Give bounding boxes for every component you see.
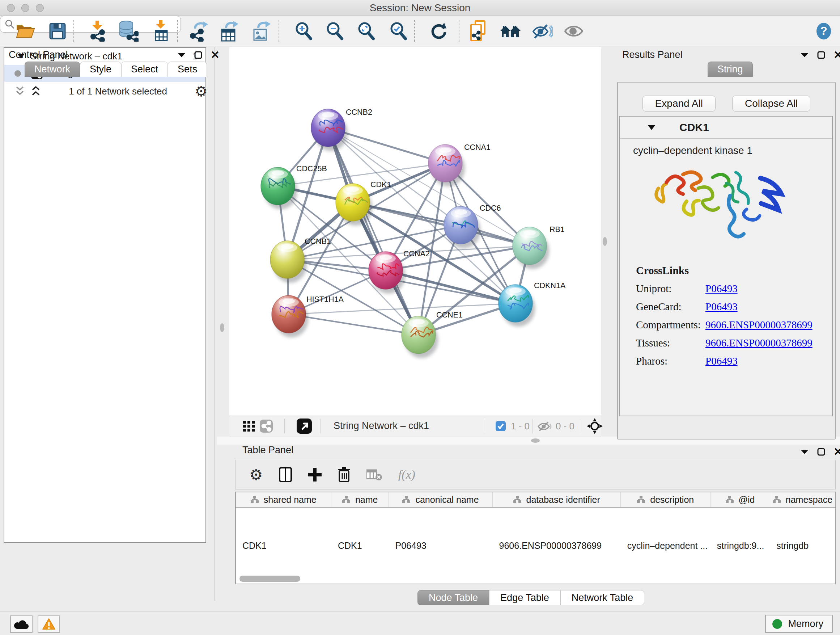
crosslink-link[interactable]: P06493 <box>706 283 737 295</box>
crosslink-label: Uniprot: <box>636 283 706 295</box>
export-network-button[interactable] <box>185 19 212 43</box>
node-CDK1[interactable]: CDK1 <box>336 180 391 226</box>
zoom-selected-button[interactable] <box>385 19 412 43</box>
network-canvas[interactable]: CCNB2CCNA1CDC25BCDK1CDC6RB1CCNB1CCNA2CDK… <box>229 47 601 416</box>
node-CDC6[interactable]: CDC6 <box>444 204 501 249</box>
node-CCNB1[interactable]: CCNB1 <box>270 237 331 283</box>
memory-button[interactable]: Memory <box>765 615 833 633</box>
crosslink-row: Pharos:P06493 <box>636 355 832 367</box>
show-hidden-button[interactable] <box>561 19 587 43</box>
function-builder-icon[interactable]: f(x) <box>398 468 415 481</box>
node-HIST1H1A[interactable]: HIST1H1A <box>272 295 344 337</box>
tab-select[interactable]: Select <box>121 62 168 77</box>
add-column-icon[interactable] <box>308 468 322 481</box>
warnings-button[interactable] <box>38 616 60 633</box>
import-network-database-button[interactable] <box>115 19 142 43</box>
node-CCNA2[interactable]: CCNA2 <box>369 249 430 294</box>
network-view-icon[interactable] <box>260 420 273 432</box>
column-header-namespace[interactable]: namespace <box>770 492 835 507</box>
hide-selected-button[interactable] <box>529 19 556 43</box>
export-table-button[interactable] <box>216 19 243 43</box>
close-panel-icon[interactable]: ✕ <box>834 50 840 60</box>
node-CCNB2[interactable]: CCNB2 <box>311 108 372 151</box>
tab-edge-table[interactable]: Edge Table <box>489 590 561 605</box>
collapse-all-chevron-icon[interactable] <box>14 86 25 97</box>
crosslink-link[interactable]: 9606.ENSP00000378699 <box>706 337 813 349</box>
tab-style[interactable]: Style <box>80 62 121 77</box>
import-network-file-button[interactable] <box>85 19 111 43</box>
duplicate-network-button[interactable] <box>465 19 492 43</box>
close-panel-icon[interactable]: ✕ <box>210 50 219 60</box>
export-image-button[interactable] <box>248 19 275 43</box>
node-CCNA1[interactable]: CCNA1 <box>428 143 491 187</box>
protein-section-header[interactable]: CDK1 <box>620 117 832 139</box>
minimize-window-button[interactable] <box>21 4 29 12</box>
collapse-all-button[interactable]: Collapse All <box>732 96 810 111</box>
close-window-button[interactable] <box>7 4 15 12</box>
edge-HIST1H1A-CCNE1[interactable] <box>289 314 418 335</box>
show-all-networks-button[interactable] <box>497 19 524 43</box>
float-panel-icon[interactable] <box>800 449 809 455</box>
float-panel-icon[interactable] <box>800 52 809 58</box>
table-settings-gear-icon[interactable]: ⚙ <box>249 466 263 484</box>
cloud-status-button[interactable] <box>10 616 33 633</box>
node-label-HIST1H1A: HIST1H1A <box>306 295 344 304</box>
expand-all-button[interactable]: Expand All <box>643 96 715 111</box>
column-header-canonical-name[interactable]: canonical name <box>389 492 493 507</box>
cloud-icon <box>14 619 28 630</box>
zoom-in-button[interactable] <box>291 19 317 43</box>
birdseye-crosshair-icon[interactable] <box>587 418 603 434</box>
tab-string[interactable]: String <box>707 62 753 77</box>
close-panel-icon[interactable]: ✕ <box>834 447 840 457</box>
tab-sets[interactable]: Sets <box>168 62 207 77</box>
delete-table-icon[interactable] <box>366 469 382 481</box>
node-CDKN1A[interactable]: CDKN1A <box>499 281 566 326</box>
zoom-out-button[interactable] <box>322 19 348 43</box>
gear-icon[interactable]: ⚙ <box>195 83 208 100</box>
show-columns-icon[interactable] <box>279 467 292 482</box>
column-header-description[interactable]: description <box>621 492 711 507</box>
tab-node-table[interactable]: Node Table <box>417 590 489 605</box>
delete-column-trash-icon[interactable] <box>338 467 351 482</box>
tab-network-table[interactable]: Network Table <box>561 590 645 605</box>
crosslink-link[interactable]: P06493 <box>706 355 737 367</box>
apply-layout-button[interactable] <box>425 19 452 43</box>
table-row[interactable]: CDK1CDK1P064939606.ENSP00000378699cyclin… <box>235 507 835 584</box>
help-button[interactable]: ? <box>810 19 837 43</box>
crosslink-label: Pharos: <box>636 355 706 367</box>
crosslink-link[interactable]: P06493 <box>706 301 737 313</box>
maximize-panel-icon[interactable] <box>817 448 826 456</box>
node-label-CCNA2: CCNA2 <box>403 249 430 258</box>
float-panel-icon[interactable] <box>177 52 186 58</box>
warning-icon <box>42 618 56 630</box>
column-header-shared-name[interactable]: shared name <box>235 492 332 507</box>
detach-view-icon[interactable] <box>297 418 312 434</box>
edge-CCNB2-CCNE1[interactable] <box>328 128 418 335</box>
refresh-icon <box>430 22 448 40</box>
node-RB1[interactable]: RB1 <box>513 225 565 269</box>
column-label: shared name <box>264 494 317 505</box>
crosslink-link[interactable]: 9606.ENSP00000378699 <box>706 319 813 331</box>
maximize-panel-icon[interactable] <box>194 51 202 59</box>
right-splitter-handle[interactable] <box>603 237 607 246</box>
zoom-fit-button[interactable] <box>353 19 380 43</box>
selected-checkbox-icon[interactable] <box>496 421 506 431</box>
import-table-file-button[interactable] <box>148 19 175 43</box>
column-header-name[interactable]: name <box>332 492 389 507</box>
column-header-database-identifier[interactable]: database identifier <box>493 492 621 507</box>
zoom-window-button[interactable] <box>36 4 44 12</box>
expand-all-chevron-icon[interactable] <box>30 86 41 97</box>
column-header-@id[interactable]: @id <box>711 492 770 507</box>
grid-view-icon[interactable] <box>243 421 256 432</box>
string-network-graph[interactable]: CCNB2CCNA1CDC25BCDK1CDC6RB1CCNB1CCNA2CDK… <box>229 47 601 416</box>
maximize-panel-icon[interactable] <box>817 51 826 59</box>
section-collapse-icon[interactable] <box>647 125 655 131</box>
table-panel-controls: ✕ <box>800 447 840 457</box>
tab-network[interactable]: Network <box>25 62 80 77</box>
open-session-button[interactable] <box>12 19 39 43</box>
table-horizontal-scrollbar[interactable] <box>240 576 300 582</box>
hidden-eye-icon[interactable] <box>538 421 552 432</box>
left-splitter-handle[interactable] <box>220 323 224 332</box>
edge-CDK1-RB1[interactable] <box>353 203 530 246</box>
save-session-button[interactable] <box>44 19 71 43</box>
